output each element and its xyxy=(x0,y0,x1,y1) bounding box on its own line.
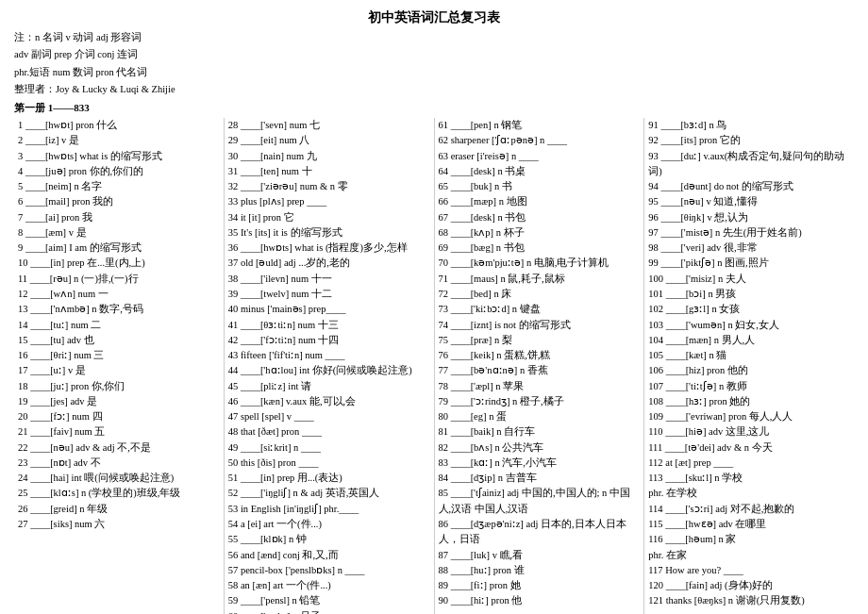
list-item: 107 ____['tiːtʃə] n 教师 xyxy=(648,379,850,394)
list-item: 48 that [ðæt] pron ____ xyxy=(228,424,430,440)
list-item: phr. 在家 xyxy=(648,548,850,563)
list-item: 53 in English [in'iŋgliʃ] phr.____ xyxy=(228,502,430,517)
column-2: 28 ____['sevn] num 七29 ____[eit] num 八30… xyxy=(225,118,435,614)
list-item: 30 ____[nain] num 九 xyxy=(228,149,430,164)
list-item: 71 ____[maus] n 鼠,耗子,鼠标 xyxy=(439,272,641,287)
list-item: 121 thanks [θæŋks] n 谢谢(只用复数) xyxy=(648,593,850,608)
list-item: 15 ____[tu] adv 也 xyxy=(18,333,220,348)
list-item: 60 ____['ruːlə] n 尺子 xyxy=(228,609,430,614)
list-item: 50 this [ðis] pron ____ xyxy=(228,456,430,471)
list-item: 72 ____[bed] n 床 xyxy=(439,287,641,302)
list-item: 18 ____[juː] pron 你,你们 xyxy=(18,379,220,394)
list-item: 97 ____['mistə] n 先生(用于姓名前) xyxy=(648,225,850,241)
list-item: 88 ____[huː] pron 谁 xyxy=(439,563,641,578)
column-1: 1 ____[hwɒt] pron 什么2 ____[iz] v 是3 ____… xyxy=(14,118,225,614)
list-item: 35 It's [its] it is 的缩写形式 xyxy=(228,225,430,241)
list-item: 10 ____[in] prep 在...里(内,上) xyxy=(18,256,220,271)
list-item: 7 ____[ai] pron 我 xyxy=(18,210,220,225)
legend-line1: 注：n 名词 v 动词 adj 形容词 xyxy=(14,30,854,45)
list-item: 115 ____[hwɛə] adv 在哪里 xyxy=(648,517,850,532)
list-item: 20 ____[fɔː] num 四 xyxy=(18,409,220,424)
list-item: 64 ____[desk] n 书桌 xyxy=(439,164,641,179)
list-item: 27 ____[siks] num 六 xyxy=(18,517,220,532)
list-item: 94 ____[dəunt] do not 的缩写形式 xyxy=(648,179,850,194)
list-item: 22 ____[nəu] adv & adj 不,不是 xyxy=(18,440,220,456)
list-item: 28 ____['sevn] num 七 xyxy=(228,118,430,133)
section-title: 第一册 1——833 xyxy=(14,101,854,115)
list-item: 51 ____[in] prep 用...(表达) xyxy=(228,471,430,486)
list-item: 98 ____['veri] adv 很,非常 xyxy=(648,241,850,256)
list-item: 104 ____[mæn] n 男人,人 xyxy=(648,333,850,348)
list-item: 19 ____[jes] adv 是 xyxy=(18,394,220,409)
list-item: 3 ____[hwɒts] what is 的缩写形式 xyxy=(18,149,220,164)
author: 整理者：Joy & Lucky & Luqi & Zhijie xyxy=(14,82,854,97)
list-item: 56 and [ænd] conj 和,又,而 xyxy=(228,548,430,563)
list-item: 13 ____['nʌmbə] n 数字,号码 xyxy=(18,302,220,317)
list-item: 105 ____[kæt] n 猫 xyxy=(648,348,850,363)
list-item: 106 ____[hiz] pron 他的 xyxy=(648,363,850,378)
list-item: 25 ____[klɑːs] n (学校里的)班级,年级 xyxy=(18,486,220,501)
list-item: 46 ____[kæn] v.aux 能,可以,会 xyxy=(228,394,430,409)
list-item: 86 ____[dʒæpə'niːz] adj 日本的,日本人日本人，日语 xyxy=(439,517,641,548)
list-item: 92 ____[its] pron 它的 xyxy=(648,133,850,148)
page-title: 初中英语词汇总复习表 xyxy=(14,9,854,26)
list-item: 12 ____[wʌn] num 一 xyxy=(18,287,220,302)
list-item: 114 ____['sɔːri] adj 对不起,抱歉的 xyxy=(648,502,850,517)
list-item: 14 ____[tuː] num 二 xyxy=(18,318,220,333)
list-item: 87 ____[luk] v 瞧,看 xyxy=(439,548,641,563)
list-item: 31 ____[ten] num 十 xyxy=(228,164,430,179)
list-item: 95 ____[nəu] v 知道,懂得 xyxy=(648,194,850,209)
list-item: phr. 在学校 xyxy=(648,486,850,501)
list-item: 96 ____[θiŋk] v 想,认为 xyxy=(648,210,850,225)
list-item: 55 ____[klɒk] n 钟 xyxy=(228,532,430,547)
list-item: 68 ____[kʌp] n 杯子 xyxy=(439,225,641,241)
list-item: 82 ____[bʌs] n 公共汽车 xyxy=(439,440,641,456)
list-item: 61 ____[pen] n 钢笔 xyxy=(439,118,641,133)
list-item: 99 ____['piktʃə] n 图画,照片 xyxy=(648,256,850,271)
list-item: 77 ____[bə'nɑːnə] n 香蕉 xyxy=(439,363,641,378)
list-item: 43 fifteen ['fif'tiːn] num ____ xyxy=(228,348,430,363)
list-item: 45 ____[pliːz] int 请 xyxy=(228,379,430,394)
list-item: 73 ____['kiːbɔːd] n 键盘 xyxy=(439,302,641,317)
list-item: 9 ____[aim] I am 的缩写形式 xyxy=(18,241,220,256)
list-item: 69 ____[bæg] n 书包 xyxy=(439,241,641,256)
list-item: 42 ____['fɔːtiːn] num 十四 xyxy=(228,333,430,348)
list-item: 81 ____[baik] n 自行车 xyxy=(439,424,641,440)
list-item: 26 ____[greid] n 年级 xyxy=(18,502,220,517)
list-item: 103 ____['wumən] n 妇女,女人 xyxy=(648,318,850,333)
list-item: 80 ____[eg] n 蛋 xyxy=(439,409,641,424)
list-item: 67 ____[desk] n 书包 xyxy=(439,210,641,225)
list-item: 47 spell [spel] v ____ xyxy=(228,409,430,424)
list-item: 117 How are you? ____ xyxy=(648,563,850,578)
list-item: 113 ____[skuːl] n 学校 xyxy=(648,471,850,486)
list-item: 5 ____[neim] n 名字 xyxy=(18,179,220,194)
list-item: 90 ____[hiː] pron 他 xyxy=(439,593,641,608)
list-item: 102 ____[gɜːl] n 女孩 xyxy=(648,302,850,317)
list-item: 39 ____[twelv] num 十二 xyxy=(228,287,430,302)
column-4: 91 ____[bɜːd] n 鸟92 ____[its] pron 它的93 … xyxy=(644,118,854,614)
list-item: 101 ____[bɔi] n 男孩 xyxy=(648,287,850,302)
list-item: 40 minus ['mainəs] prep____ xyxy=(228,302,430,317)
list-item: 112 at [æt] prep ____ xyxy=(648,456,850,471)
list-item: 32 ____['ziərəu] num & n 零 xyxy=(228,179,430,194)
list-item: 33 plus [plʌs] prep ____ xyxy=(228,194,430,209)
list-item: 52 ____['iŋgliʃ] n & adj 英语,英国人 xyxy=(228,486,430,501)
content-columns: 1 ____[hwɒt] pron 什么2 ____[iz] v 是3 ____… xyxy=(14,118,854,614)
list-item: 109 ____['evriwan] pron 每人,人人 xyxy=(648,409,850,424)
list-item: 23 ____[nɒt] adv 不 xyxy=(18,456,220,471)
list-item: 16 ____[θriː] num 三 xyxy=(18,348,220,363)
list-item: 66 ____[mæp] n 地图 xyxy=(439,194,641,209)
list-item: 24 ____[hai] int 喂(问候或唤起注意) xyxy=(18,471,220,486)
list-item: 83 ____[kɑː] n 汽车,小汽车 xyxy=(439,456,641,471)
list-item: 111 ____[tə'dei] adv & n 今天 xyxy=(648,440,850,456)
list-item: 110 ____[hiə] adv 这里,这儿 xyxy=(648,424,850,440)
list-item: 116 ____[həum] n 家 xyxy=(648,532,850,547)
list-item: 34 it [it] pron 它 xyxy=(228,210,430,225)
list-item: 93 ____[duː] v.aux(构成否定句,疑问句的助动词) xyxy=(648,149,850,180)
list-item: 38 ____['ilevn] num 十一 xyxy=(228,272,430,287)
list-item: 49 ____[siːkrit] n ____ xyxy=(228,440,430,456)
list-item: 74 ____[iznt] is not 的缩写形式 xyxy=(439,318,641,333)
list-item: 84 ____[dʒip] n 吉普车 xyxy=(439,471,641,486)
list-item: 17 ____[uː] v 是 xyxy=(18,363,220,378)
list-item: 85 ____['tʃainiz] adj 中国的,中国人的; n 中国人,汉语… xyxy=(439,486,641,517)
